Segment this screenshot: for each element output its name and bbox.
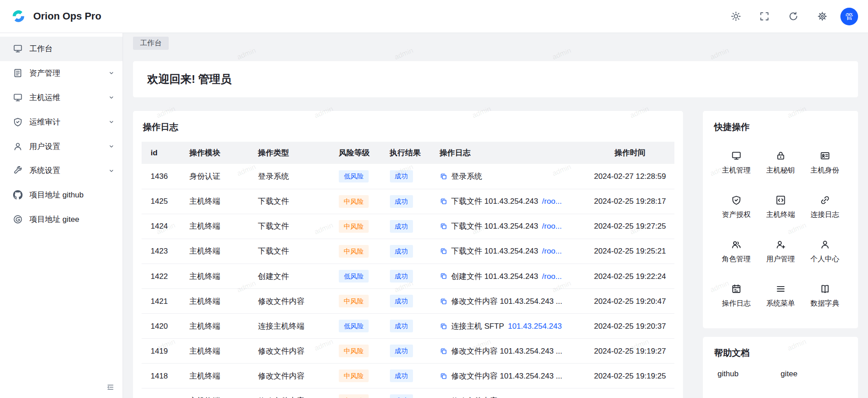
theme-toggle-button[interactable] xyxy=(731,11,741,21)
table-row: 1420 主机终端 连接主机终端 低风险 成功 连接主机 SFTP 101.43… xyxy=(142,314,674,339)
quick-action-host-terminal[interactable]: 主机终端 xyxy=(759,185,803,230)
cell-log: 下载文件 101.43.254.243 /roo... xyxy=(431,239,586,264)
user-group-icon xyxy=(731,240,741,249)
copy-icon[interactable] xyxy=(440,222,447,230)
copy-icon[interactable] xyxy=(440,173,447,180)
log-link[interactable]: 101.43.254.243 xyxy=(508,321,562,331)
cell-result: 成功 xyxy=(381,189,431,214)
risk-badge: 中风险 xyxy=(339,394,369,398)
quick-action-label: 主机身份 xyxy=(811,166,840,175)
result-badge: 成功 xyxy=(390,270,413,283)
quick-action-label: 主机管理 xyxy=(722,166,751,175)
sun-icon xyxy=(731,11,741,21)
table-row: 1418 主机终端 修改文件内容 中风险 成功 修改文件内容 101.43.25… xyxy=(142,364,674,388)
sidebar-item-system-settings[interactable]: 系统设置 xyxy=(0,158,123,183)
cell-type: 修改文件内容 xyxy=(249,339,330,364)
quick-action-personal-center[interactable]: 个人中心 xyxy=(803,230,847,274)
cell-result: 成功 xyxy=(381,339,431,364)
quick-action-host-manage[interactable]: 主机管理 xyxy=(714,141,759,185)
risk-badge: 中风险 xyxy=(339,195,369,208)
copy-icon[interactable] xyxy=(440,197,447,205)
cell-time: 2024-02-25 19:22:24 xyxy=(586,264,674,289)
quick-action-asset-grant[interactable]: 资产授权 xyxy=(714,185,759,230)
sidebar-item-user-settings[interactable]: 用户设置 xyxy=(0,134,123,158)
desktop-icon xyxy=(13,44,23,53)
cell-log: 连接主机 SFTP 101.43.254.243 xyxy=(431,314,586,339)
collapse-sidebar-button[interactable] xyxy=(106,383,114,391)
log-link[interactable]: /roo... xyxy=(542,197,562,206)
copy-icon[interactable] xyxy=(440,247,447,255)
wrench-icon xyxy=(13,166,23,175)
log-link[interactable]: /roo... xyxy=(542,221,562,231)
cell-id: 1436 xyxy=(142,164,180,189)
tab-workbench[interactable]: 工作台 xyxy=(133,37,169,49)
sidebar-item-label: 用户设置 xyxy=(29,141,101,152)
refresh-button[interactable] xyxy=(788,11,798,21)
risk-badge: 低风险 xyxy=(339,170,369,183)
sidebar-item-github[interactable]: 项目地址 github xyxy=(0,183,123,207)
cell-time: 2024-02-25 19:28:17 xyxy=(586,189,674,214)
copy-icon[interactable] xyxy=(440,372,447,380)
copy-icon[interactable] xyxy=(440,297,447,305)
cell-risk: 低风险 xyxy=(330,264,381,289)
cell-id: 1423 xyxy=(142,239,180,264)
table-row: 1422 主机终端 创建文件 低风险 成功 创建文件 101.43.254.24… xyxy=(142,264,674,289)
quick-action-host-identity[interactable]: 主机身份 xyxy=(803,141,847,185)
table-row: 1425 主机终端 下载文件 中风险 成功 下载文件 101.43.254.24… xyxy=(142,189,674,214)
quick-action-connect-log[interactable]: 连接日志 xyxy=(803,185,847,230)
quick-action-user-manage[interactable]: 用户管理 xyxy=(759,230,803,274)
cell-risk: 中风险 xyxy=(330,239,381,264)
quick-action-system-menu[interactable]: 系统菜单 xyxy=(759,274,803,318)
quick-action-operation-log[interactable]: 操作日志 xyxy=(714,274,759,318)
sidebar-item-ops-audit[interactable]: 运维审计 xyxy=(0,110,123,134)
lock-icon xyxy=(776,151,786,161)
quick-action-role-manage[interactable]: 角色管理 xyxy=(714,230,759,274)
fullscreen-button[interactable] xyxy=(759,11,769,21)
cell-risk: 中风险 xyxy=(330,388,381,398)
operation-log-table: id操作模块操作类型风险等级执行结果操作日志操作时间 1436 身份认证 登录系… xyxy=(142,142,674,398)
header-actions: 管 xyxy=(731,8,858,25)
gear-icon xyxy=(817,11,827,21)
log-link[interactable]: /roo... xyxy=(542,246,562,256)
copy-icon[interactable] xyxy=(440,272,447,280)
sidebar-item-label: 系统设置 xyxy=(29,165,101,176)
cell-module: 主机终端 xyxy=(180,314,249,339)
cell-time: 2024-02-25 19:20:37 xyxy=(586,314,674,339)
shield-icon xyxy=(13,117,23,127)
cell-risk: 中风险 xyxy=(330,214,381,239)
sidebar-item-label: 项目地址 github xyxy=(29,190,115,200)
help-link-github[interactable]: github xyxy=(717,369,739,379)
log-text: 登录系统 xyxy=(451,171,482,182)
column-header: id xyxy=(142,142,180,164)
copy-icon[interactable] xyxy=(440,322,447,330)
link-icon xyxy=(820,195,830,205)
help-link-gitee[interactable]: gitee xyxy=(781,369,797,379)
copy-icon[interactable] xyxy=(440,347,447,355)
quick-action-host-key[interactable]: 主机秘钥 xyxy=(759,141,803,185)
cell-id: 1417 xyxy=(142,388,180,398)
sidebar-item-host-ops[interactable]: 主机运维 xyxy=(0,85,123,110)
settings-button[interactable] xyxy=(817,11,827,21)
ledger-icon xyxy=(13,68,23,78)
risk-badge: 中风险 xyxy=(339,220,369,233)
cell-id: 1424 xyxy=(142,214,180,239)
log-link[interactable]: /roo... xyxy=(542,272,562,281)
app-title: Orion Ops Pro xyxy=(33,10,101,22)
log-text: 下载文件 101.43.254.243 xyxy=(451,246,538,256)
result-badge: 成功 xyxy=(390,170,413,183)
cell-log: 创建文件 101.43.254.243 /roo... xyxy=(431,264,586,289)
user-avatar[interactable]: 管 xyxy=(840,8,858,25)
copy-icon[interactable] xyxy=(440,397,447,398)
sidebar-item-label: 主机运维 xyxy=(29,92,101,103)
cell-type: 下载文件 xyxy=(249,189,330,214)
sidebar-item-label: 资产管理 xyxy=(29,68,101,78)
sidebar-item-asset-management[interactable]: 资产管理 xyxy=(0,61,123,86)
quick-action-data-dict[interactable]: 数据字典 xyxy=(803,274,847,318)
app-logo-icon xyxy=(9,7,28,26)
column-header: 操作时间 xyxy=(586,142,674,164)
cell-id: 1419 xyxy=(142,339,180,364)
sidebar-item-workbench[interactable]: 工作台 xyxy=(0,37,123,61)
sidebar-item-gitee[interactable]: 项目地址 gitee xyxy=(0,207,123,232)
cell-time: 2024-02-25 19:19:24 xyxy=(586,388,674,398)
quick-actions-title: 快捷操作 xyxy=(714,121,847,133)
